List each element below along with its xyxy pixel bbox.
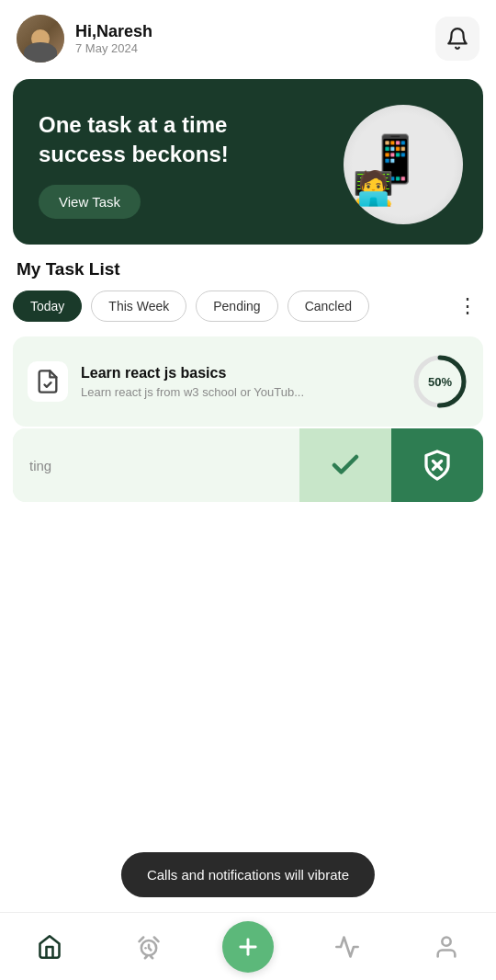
task-progress: 50% [411, 353, 468, 410]
task-icon [28, 361, 68, 402]
svg-line-5 [140, 937, 144, 941]
banner-title: One task at a timesuccess beckons! [39, 110, 229, 167]
banner-text-area: One task at a timesuccess beckons! View … [39, 110, 229, 218]
tab-pending[interactable]: Pending [196, 291, 277, 322]
more-options-button[interactable]: ⋮ [452, 291, 483, 322]
task-swipe-row: ting [13, 428, 483, 502]
task-list-title: My Task List [13, 259, 483, 279]
alarm-icon [136, 934, 162, 960]
header-text: Hi,Naresh 7 May 2024 [75, 22, 152, 55]
header: Hi,Naresh 7 May 2024 [0, 0, 496, 72]
filter-tabs: Today This Week Pending Cancled ⋮ [13, 291, 483, 322]
svg-point-9 [442, 937, 450, 945]
toast-message: Calls and notifications will vibrate [147, 867, 349, 883]
nav-add[interactable] [198, 921, 298, 973]
person-icon [434, 934, 459, 960]
bell-button[interactable] [435, 17, 479, 61]
nav-alarm[interactable] [99, 934, 198, 960]
task-info: Learn react js basics Learn react js fro… [81, 365, 399, 399]
nav-stats[interactable] [298, 934, 397, 960]
shield-x-icon [421, 449, 454, 482]
task-card: Learn react js basics Learn react js fro… [13, 336, 483, 427]
avatar [17, 15, 64, 63]
avatar-image [17, 15, 64, 63]
tab-cancled[interactable]: Cancled [287, 291, 369, 322]
tab-today[interactable]: Today [13, 291, 82, 322]
bottom-nav [0, 912, 496, 980]
greeting: Hi,Naresh [75, 22, 152, 41]
date: 7 May 2024 [75, 41, 152, 55]
banner: One task at a timesuccess beckons! View … [13, 79, 483, 245]
banner-illustration [344, 105, 463, 224]
swipe-text: ting [13, 428, 299, 502]
swipe-check-button[interactable] [299, 428, 391, 502]
chart-icon [334, 934, 360, 960]
bell-icon [445, 27, 469, 51]
toast-notification: Calls and notifications will vibrate [121, 852, 375, 897]
nav-profile[interactable] [397, 934, 496, 960]
home-icon [37, 934, 62, 960]
task-name: Learn react js basics [81, 365, 399, 382]
view-task-button[interactable]: View Task [39, 185, 141, 219]
header-left: Hi,Naresh 7 May 2024 [17, 15, 152, 63]
check-icon [329, 449, 362, 482]
swipe-cancel-button[interactable] [391, 428, 483, 502]
task-description: Learn react js from w3 school or YouTub.… [81, 385, 399, 399]
task-list-section: My Task List Today This Week Pending Can… [0, 259, 496, 502]
tab-this-week[interactable]: This Week [91, 291, 186, 322]
svg-line-6 [154, 937, 159, 941]
swipe-partial-text: ting [29, 458, 51, 473]
nav-home[interactable] [0, 934, 99, 960]
plus-icon [235, 934, 261, 960]
progress-label: 50% [428, 375, 452, 389]
file-icon [35, 369, 61, 394]
add-button[interactable] [222, 921, 274, 973]
